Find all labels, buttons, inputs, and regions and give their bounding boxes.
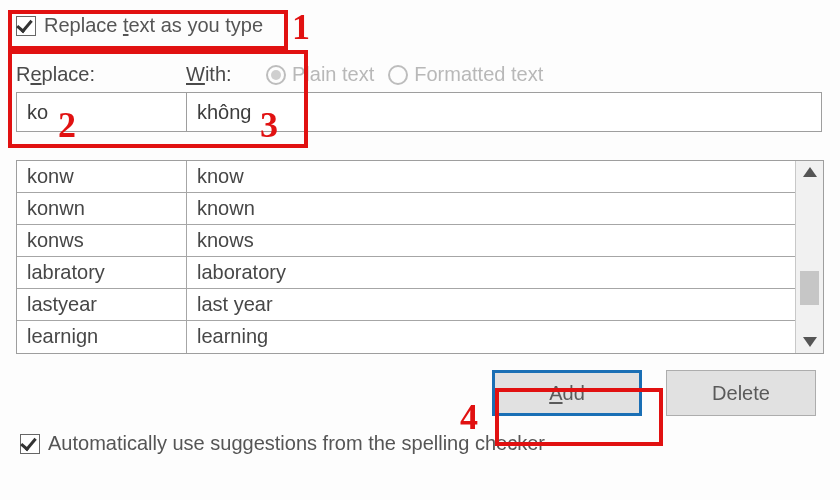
table-cell[interactable]: knows bbox=[187, 225, 795, 257]
suggestions-checkbox[interactable] bbox=[20, 434, 40, 454]
suggestions-row: Automatically use suggestions from the s… bbox=[20, 432, 830, 455]
with-column: know known knows laboratory last year le… bbox=[187, 161, 795, 353]
delete-button[interactable]: Delete bbox=[666, 370, 816, 416]
table-cell[interactable]: learning bbox=[187, 321, 795, 353]
autocorrect-table-body[interactable]: konw konwn konws labratory lastyear lear… bbox=[17, 161, 795, 353]
table-cell[interactable]: konwn bbox=[17, 193, 186, 225]
plain-text-radio[interactable]: Plain text bbox=[266, 63, 374, 86]
radio-icon bbox=[266, 65, 286, 85]
with-input[interactable]: không bbox=[186, 92, 822, 132]
replace-as-you-type-checkbox[interactable] bbox=[16, 16, 36, 36]
table-cell[interactable]: labratory bbox=[17, 257, 186, 289]
field-labels-row: Replace: With: Plain text Formatted text bbox=[10, 63, 830, 86]
table-cell[interactable]: known bbox=[187, 193, 795, 225]
suggestions-label: Automatically use suggestions from the s… bbox=[48, 432, 545, 455]
table-scrollbar[interactable] bbox=[795, 161, 823, 353]
table-cell[interactable]: last year bbox=[187, 289, 795, 321]
table-cell[interactable]: know bbox=[187, 161, 795, 193]
entry-row: ko không bbox=[16, 92, 822, 132]
scroll-thumb[interactable] bbox=[800, 271, 819, 305]
formatted-text-radio[interactable]: Formatted text bbox=[388, 63, 543, 86]
scroll-up-icon[interactable] bbox=[803, 167, 817, 177]
button-row: Add Delete bbox=[10, 370, 816, 416]
autocorrect-dialog: Replace text as you type Replace: With: … bbox=[0, 0, 840, 500]
replace-input[interactable]: ko bbox=[16, 92, 186, 132]
table-cell[interactable]: konw bbox=[17, 161, 186, 193]
table-cell[interactable]: konws bbox=[17, 225, 186, 257]
replace-label: Replace: bbox=[16, 63, 186, 86]
autocorrect-table: konw konwn konws labratory lastyear lear… bbox=[16, 160, 824, 354]
replace-as-you-type-label: Replace text as you type bbox=[44, 14, 263, 37]
replace-as-you-type-row: Replace text as you type bbox=[16, 14, 830, 37]
scroll-down-icon[interactable] bbox=[803, 337, 817, 347]
table-cell[interactable]: learnign bbox=[17, 321, 186, 353]
radio-icon bbox=[388, 65, 408, 85]
table-cell[interactable]: laboratory bbox=[187, 257, 795, 289]
table-cell[interactable]: lastyear bbox=[17, 289, 186, 321]
replace-column: konw konwn konws labratory lastyear lear… bbox=[17, 161, 187, 353]
add-button[interactable]: Add bbox=[492, 370, 642, 416]
format-radio-group: Plain text Formatted text bbox=[266, 63, 543, 86]
with-label: With: bbox=[186, 63, 266, 86]
